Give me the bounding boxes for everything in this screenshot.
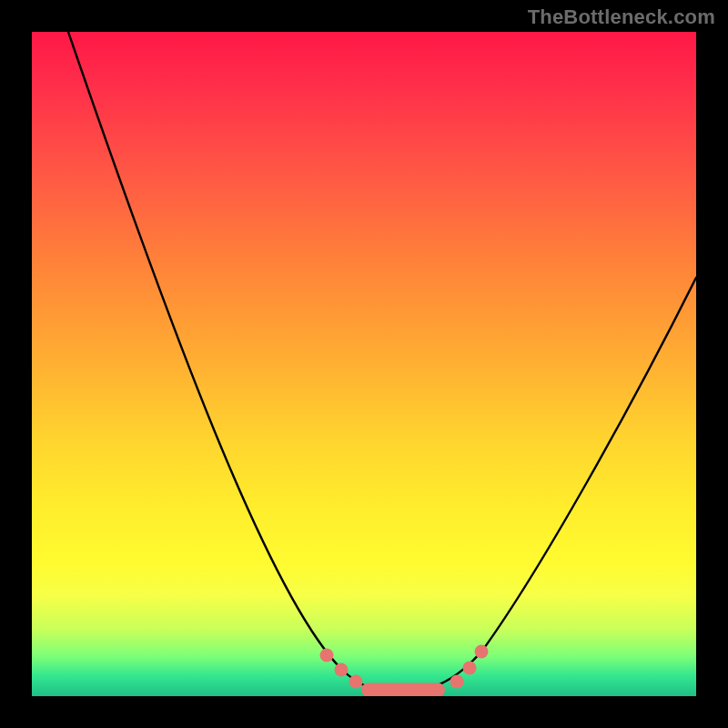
chart-frame: TheBottleneck.com <box>0 0 728 728</box>
marker-dot <box>463 662 477 675</box>
watermark-text: TheBottleneck.com <box>528 5 715 29</box>
marker-dot <box>349 675 363 689</box>
marker-dot <box>335 663 349 677</box>
marker-dot <box>320 649 334 662</box>
marker-dot <box>475 645 489 659</box>
plot-area <box>32 32 696 696</box>
marker-dot <box>450 675 464 689</box>
marker-bar <box>361 683 445 697</box>
marker-layer <box>32 32 696 696</box>
